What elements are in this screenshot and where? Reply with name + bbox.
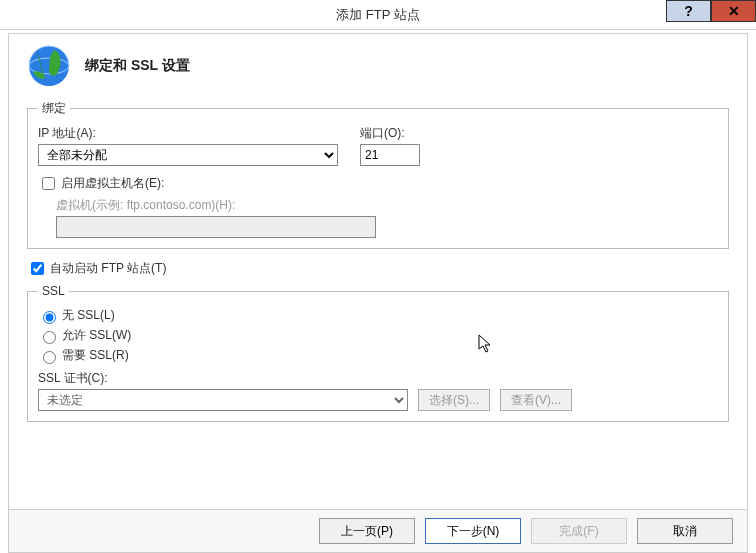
- ssl-allow-label: 允许 SSL(W): [62, 327, 131, 344]
- ssl-view-button: 查看(V)...: [500, 389, 572, 411]
- ssl-cert-select[interactable]: 未选定: [38, 389, 408, 411]
- autostart-label: 自动启动 FTP 站点(T): [50, 260, 166, 277]
- ssl-group: SSL 无 SSL(L) 允许 SSL(W) 需要 SSL(R) SSL 证书(…: [27, 284, 729, 422]
- ssl-require-label: 需要 SSL(R): [62, 347, 129, 364]
- ssl-select-button: 选择(S)...: [418, 389, 490, 411]
- ssl-none-label: 无 SSL(L): [62, 307, 115, 324]
- help-button[interactable]: ?: [666, 0, 711, 22]
- binding-group: 绑定 IP 地址(A): 全部未分配 端口(O): 启用虚拟主机名(E): 虚拟…: [27, 100, 729, 249]
- window-title: 添加 FTP 站点: [0, 6, 756, 24]
- virtual-host-checkbox[interactable]: [42, 177, 55, 190]
- titlebar: 添加 FTP 站点 ? ✕: [0, 0, 756, 30]
- previous-button[interactable]: 上一页(P): [319, 518, 415, 544]
- dialog-header: 绑定和 SSL 设置: [9, 34, 747, 94]
- autostart-checkbox[interactable]: [31, 262, 44, 275]
- ssl-require-radio[interactable]: [43, 351, 56, 364]
- virtual-host-checkbox-label: 启用虚拟主机名(E):: [61, 175, 164, 192]
- ssl-allow-radio[interactable]: [43, 331, 56, 344]
- virtual-host-hint: 虚拟机(示例: ftp.contoso.com)(H):: [56, 197, 718, 214]
- ip-address-select[interactable]: 全部未分配: [38, 144, 338, 166]
- ssl-legend: SSL: [38, 284, 69, 298]
- window-controls: ? ✕: [666, 0, 756, 22]
- ip-address-label: IP 地址(A):: [38, 125, 338, 142]
- virtual-host-input: [56, 216, 376, 238]
- dialog-footer: 上一页(P) 下一步(N) 完成(F) 取消: [9, 509, 747, 552]
- port-input[interactable]: [360, 144, 420, 166]
- port-label: 端口(O):: [360, 125, 420, 142]
- close-button[interactable]: ✕: [711, 0, 756, 22]
- ssl-none-radio[interactable]: [43, 311, 56, 324]
- next-button[interactable]: 下一步(N): [425, 518, 521, 544]
- cancel-button[interactable]: 取消: [637, 518, 733, 544]
- globe-icon: [27, 44, 71, 88]
- finish-button: 完成(F): [531, 518, 627, 544]
- binding-legend: 绑定: [38, 100, 70, 117]
- ssl-cert-label: SSL 证书(C):: [38, 370, 718, 387]
- content-area: 绑定 IP 地址(A): 全部未分配 端口(O): 启用虚拟主机名(E): 虚拟…: [9, 94, 747, 436]
- page-title: 绑定和 SSL 设置: [85, 57, 190, 75]
- dialog-body: 绑定和 SSL 设置 绑定 IP 地址(A): 全部未分配 端口(O): 启用虚…: [8, 33, 748, 553]
